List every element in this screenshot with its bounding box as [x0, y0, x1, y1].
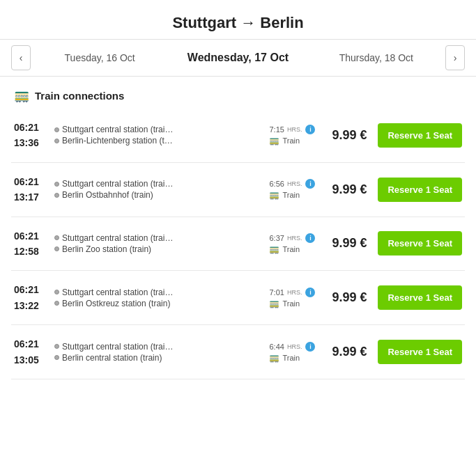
transport-line: 🚃 Train: [269, 299, 300, 308]
info-icon[interactable]: i: [305, 179, 315, 189]
departure-station: Stuttgart central station (trai…: [62, 233, 173, 243]
train-section-icon: 🚃: [14, 88, 29, 103]
arrival-station-line: Berlin Zoo station (train): [54, 244, 263, 254]
arrive-time: 12:58: [14, 244, 49, 259]
transport-label: Train: [282, 245, 300, 253]
transport-line: 🚃 Train: [269, 353, 300, 363]
duration-value: 6:56: [269, 180, 284, 188]
duration-line: 6:37 HRS. i: [269, 233, 315, 243]
arrival-station: Berlin Ostkreuz station (train): [62, 299, 170, 308]
connection-row: 06:21 13:17 Stuttgart central station (t…: [11, 163, 465, 217]
transport-line: 🚃 Train: [269, 190, 300, 200]
transport-label: Train: [282, 191, 300, 199]
connection-price: 9.99 €: [323, 345, 372, 359]
connection-price: 9.99 €: [323, 290, 372, 305]
info-icon[interactable]: i: [305, 342, 315, 352]
hrs-label: HRS.: [287, 343, 302, 350]
info-icon[interactable]: i: [305, 125, 315, 134]
transport-label: Train: [282, 299, 300, 308]
arrive-time: 13:17: [14, 189, 49, 205]
duration-line: 6:44 HRS. i: [269, 342, 315, 352]
departure-station-line: Stuttgart central station (trai…: [54, 233, 263, 243]
hrs-label: HRS.: [287, 126, 302, 133]
departure-dot: [54, 182, 59, 187]
transport-icon: 🚃: [269, 299, 279, 308]
prev-date-button[interactable]: ‹: [11, 45, 31, 70]
connection-stations: Stuttgart central station (trai… Berlin …: [54, 288, 263, 308]
connection-times: 06:21 13:05: [14, 336, 49, 368]
duration-line: 7:01 HRS. i: [269, 288, 315, 297]
transport-label: Train: [282, 136, 300, 145]
connection-stations: Stuttgart central station (trai… Berlin …: [54, 342, 263, 363]
depart-time: 06:21: [14, 228, 49, 244]
arrival-station: Berlin-Lichtenberg station (tr…: [62, 136, 174, 146]
info-icon[interactable]: i: [305, 288, 315, 297]
reserve-seat-button[interactable]: Reserve 1 Seat: [378, 178, 462, 202]
reserve-seat-button[interactable]: Reserve 1 Seat: [378, 231, 462, 255]
arrival-dot: [54, 139, 59, 143]
date-thursday[interactable]: Thursday, 18 Oct: [307, 47, 445, 69]
hrs-label: HRS.: [287, 289, 302, 296]
arrival-station-line: Berlin central station (train): [54, 353, 263, 363]
connection-times: 06:21 13:36: [14, 120, 49, 151]
departure-dot: [54, 290, 59, 294]
duration-value: 7:01: [269, 288, 284, 297]
arrive-time: 13:36: [14, 135, 49, 150]
page-title: Stuttgart → Berlin: [0, 0, 476, 39]
connection-stations: Stuttgart central station (trai… Berlin …: [54, 233, 263, 254]
departure-station-line: Stuttgart central station (trai…: [54, 125, 263, 134]
connection-price: 9.99 €: [323, 128, 372, 143]
arrival-station: Berlin central station (train): [62, 353, 162, 363]
transport-line: 🚃 Train: [269, 136, 300, 146]
reserve-seat-button[interactable]: Reserve 1 Seat: [378, 123, 462, 148]
connection-row: 06:21 12:58 Stuttgart central station (t…: [11, 217, 465, 272]
depart-time: 06:21: [14, 282, 49, 297]
connection-row: 06:21 13:22 Stuttgart central station (t…: [11, 271, 465, 325]
arrival-dot: [54, 301, 59, 306]
arrive-time: 13:22: [14, 298, 49, 313]
hrs-label: HRS.: [287, 180, 302, 187]
arrival-station-line: Berlin Ostbahnhof (train): [54, 190, 263, 200]
reserve-seat-button[interactable]: Reserve 1 Seat: [378, 285, 462, 310]
duration-block: 6:37 HRS. i 🚃 Train: [269, 233, 318, 254]
connection-stations: Stuttgart central station (trai… Berlin …: [54, 179, 263, 200]
date-navigation: ‹ Tuesday, 16 Oct Wednesday, 17 Oct Thur…: [0, 39, 476, 77]
duration-line: 6:56 HRS. i: [269, 179, 315, 189]
duration-block: 6:56 HRS. i 🚃 Train: [269, 179, 318, 200]
duration-block: 7:01 HRS. i 🚃 Train: [269, 288, 318, 308]
connection-times: 06:21 13:17: [14, 174, 49, 205]
transport-icon: 🚃: [269, 190, 279, 200]
connection-stations: Stuttgart central station (trai… Berlin-…: [54, 125, 263, 146]
transport-label: Train: [282, 354, 300, 362]
transport-icon: 🚃: [269, 244, 279, 254]
departure-station: Stuttgart central station (trai…: [62, 179, 173, 189]
reserve-seat-button[interactable]: Reserve 1 Seat: [378, 340, 462, 364]
arrival-station: Berlin Ostbahnhof (train): [62, 190, 153, 200]
departure-station: Stuttgart central station (trai…: [62, 288, 173, 297]
connection-times: 06:21 13:22: [14, 282, 49, 313]
duration-block: 6:44 HRS. i 🚃 Train: [269, 342, 318, 363]
departure-station-line: Stuttgart central station (trai…: [54, 179, 263, 189]
next-date-button[interactable]: ›: [445, 45, 465, 70]
date-wednesday[interactable]: Wednesday, 17 Oct: [169, 46, 307, 70]
arrival-dot: [54, 246, 59, 251]
arrival-dot: [54, 193, 59, 198]
connection-times: 06:21 12:58: [14, 228, 49, 260]
connection-row: 06:21 13:05 Stuttgart central station (t…: [11, 325, 465, 379]
arrival-station-line: Berlin-Lichtenberg station (tr…: [54, 136, 263, 146]
duration-value: 6:37: [269, 234, 284, 242]
arrive-time: 13:05: [14, 352, 49, 368]
departure-dot: [54, 235, 59, 240]
departure-station-line: Stuttgart central station (trai…: [54, 288, 263, 297]
departure-station: Stuttgart central station (trai…: [62, 342, 173, 352]
duration-value: 6:44: [269, 343, 284, 351]
connection-price: 9.99 €: [323, 182, 372, 197]
info-icon[interactable]: i: [305, 233, 315, 243]
arrival-dot: [54, 355, 59, 360]
departure-dot: [54, 127, 59, 132]
date-tuesday[interactable]: Tuesday, 16 Oct: [31, 47, 169, 69]
section-title-label: Train connections: [35, 90, 124, 102]
arrival-station-line: Berlin Ostkreuz station (train): [54, 299, 263, 308]
section-header: 🚃 Train connections: [0, 77, 476, 109]
depart-time: 06:21: [14, 174, 49, 189]
